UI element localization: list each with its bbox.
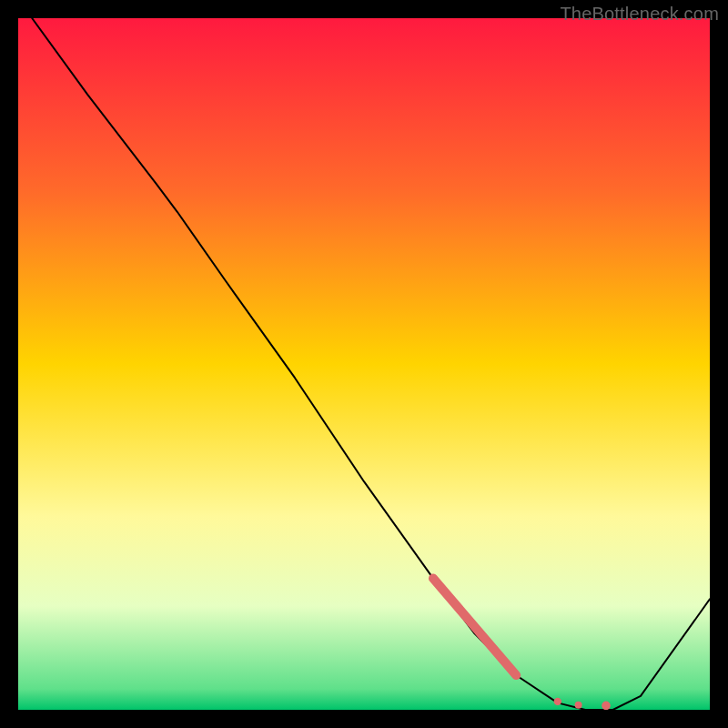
highlight-dot <box>602 702 611 710</box>
chart-container <box>18 18 710 710</box>
chart-background <box>18 18 710 710</box>
highlight-dot <box>575 702 582 709</box>
bottleneck-chart <box>18 18 710 710</box>
highlight-dot <box>554 698 561 705</box>
watermark-text: TheBottleneck.com <box>560 4 719 25</box>
